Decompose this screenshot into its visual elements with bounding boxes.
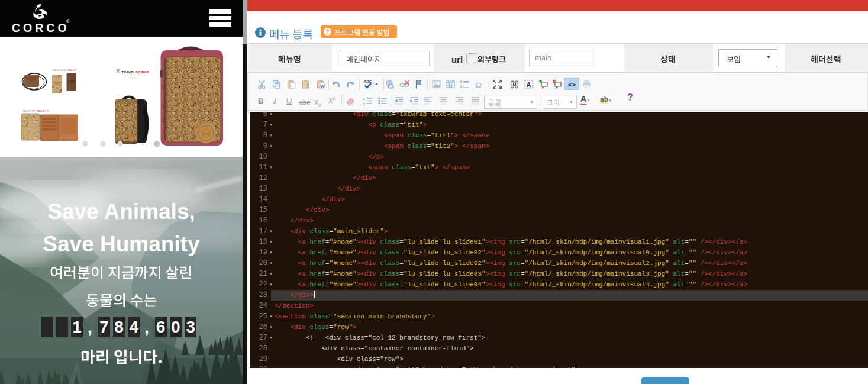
svg-text:NECKLACE: NECKLACE	[53, 69, 66, 72]
svg-text:Ω: Ω	[475, 80, 481, 89]
svg-text:WALLET 7t: WALLET 7t	[37, 109, 50, 112]
svg-text:A: A	[460, 85, 463, 89]
svg-text:PASSPORT: PASSPORT	[22, 109, 36, 112]
svg-text:TRAVEL: TRAVEL	[122, 70, 135, 74]
svg-text:CORCO: CORCO	[12, 21, 70, 33]
svg-text:1: 1	[363, 97, 366, 101]
svg-text:A: A	[527, 81, 531, 88]
svg-text:W: W	[320, 83, 325, 89]
svg-text:WALLET: WALLET	[67, 69, 78, 72]
svg-text:GO BAG: GO BAG	[135, 70, 149, 74]
svg-text:®: ®	[66, 18, 70, 24]
svg-text:2: 2	[363, 102, 366, 106]
svg-text:C O R K: C O R K	[129, 76, 138, 79]
svg-text:A: A	[305, 83, 309, 89]
svg-text:<>: <>	[568, 82, 576, 89]
svg-text:corco: corco	[202, 132, 209, 135]
svg-text:ABC: ABC	[364, 80, 372, 83]
svg-text:A: A	[460, 80, 463, 84]
